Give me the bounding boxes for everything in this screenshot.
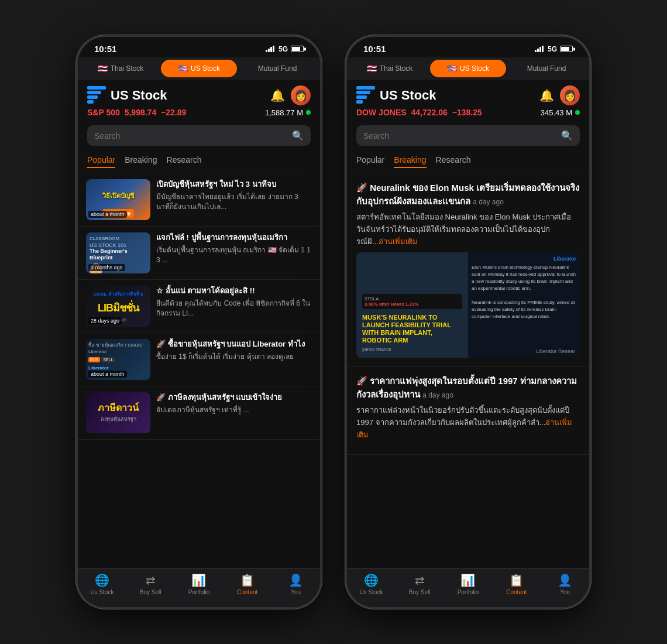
filter-breaking-right[interactable]: Breaking (394, 155, 426, 168)
bell-icon-right[interactable]: 🔔 (539, 88, 554, 102)
live-dot-right (575, 110, 580, 115)
filter-research-right[interactable]: Research (436, 155, 471, 168)
thumb-title-2: The Beginner's Blueprint (90, 248, 147, 261)
video-thumb-1: วิธีเปิดบัญชี OffShore about a month (86, 179, 150, 220)
tab-us-flag-left: 🇺🇸 (178, 64, 188, 73)
video-item-3[interactable]: CODE สำหรับการกิจที่ 6 LIBมิชชั่น LIBCM6… (78, 280, 320, 333)
index-value-right: 44,722.06 (411, 108, 447, 117)
market-cap-left: 1,588.77 M (265, 108, 311, 117)
video-title-3: ☆ อั้นแน่ ตามหาโค้ดอยู่ละสิ !! (156, 286, 312, 296)
news-title-coffee: 🚀 ราคากาแฟพุ่งสูงสุดในรอบตั้งแต่ปี 1997 … (356, 375, 580, 401)
nav-you-right[interactable]: 👤 You (541, 573, 589, 595)
nav-you-icon-left: 👤 (288, 573, 303, 587)
video-item-5[interactable]: ภาษีดาวน์ ลงทุนหุ้นสหรัฐฯ 🚀 ภาษีลงทุนหุ้… (78, 386, 320, 440)
tab-us-stock-right[interactable]: 🇺🇸 US Stock (430, 60, 506, 77)
video-thumb-2: CLASSROOM US STOCK 101 The Beginner's Bl… (86, 232, 150, 273)
nav-portfolio-icon-left: 📊 (191, 573, 206, 587)
nav-usstock-icon-right: 🌐 (364, 573, 379, 587)
video-desc-3: ยืนดีด้วย คุณได้พบกับ Code เพื่อ พิชิตกา… (156, 299, 312, 318)
nav-content-left[interactable]: 📋 Content (223, 573, 271, 595)
search-wrap-left[interactable]: 🔍 (87, 125, 311, 146)
bottom-nav-left: 🌐 Us Stock ⇄ Buy Sell 📊 Portfolio 📋 Cont… (78, 568, 320, 607)
filter-tabs-left: Popular Breaking Research (78, 152, 320, 173)
logo-right: US Stock (356, 86, 436, 105)
network-left: 5G (279, 45, 288, 53)
thumb-time-3: 28 days ago (88, 317, 122, 324)
news-time-2: a day ago (422, 391, 453, 399)
app-title-right: US Stock (380, 88, 436, 103)
search-wrap-right[interactable]: 🔍 (356, 125, 580, 146)
stock-info-left: S&P 500 5,998.74 −22.89 1,588.77 M (87, 108, 311, 117)
tab-us-stock-left[interactable]: 🇺🇸 US Stock (161, 60, 237, 77)
nav-buysell-icon-left: ⇄ (146, 573, 156, 587)
video-meta-1: เปิดบัญชีหุ้นสหรัฐฯ ใหม่ ไว 3 นาทีจบ มีบ… (156, 179, 312, 212)
bell-icon-left[interactable]: 🔔 (270, 88, 285, 102)
index-change-right: −138.25 (452, 108, 482, 117)
logo-icon-right (356, 86, 375, 105)
search-input-left[interactable] (94, 131, 287, 141)
lib-code: LIBมิชชั่น (98, 299, 139, 316)
filter-tabs-right: Popular Breaking Research (347, 152, 589, 173)
tab-us-label-left: US Stock (191, 64, 220, 73)
video-meta-4: 🚀 ซื้อขายหุ้นสหรัฐฯ บนแอป Liberator ทำไง… (156, 339, 312, 362)
nav-portfolio-label-right: Portfolio (458, 589, 479, 595)
filter-popular-left[interactable]: Popular (87, 155, 115, 168)
market-cap-value-right: 345.43 M (541, 108, 572, 117)
tab-thai-stock-right[interactable]: 🇹🇭 Thai Stock (352, 60, 428, 77)
phone-right: 10:51 5G 🇹🇭 (345, 35, 591, 609)
video-desc-1: มีบัญชีธนาคารไทยอยู่แล้ว เริ่มได้เลย ง่า… (156, 192, 312, 212)
thumb-time-2: 3 months ago (88, 264, 125, 271)
nav-usstock-right[interactable]: 🌐 Us Stock (347, 573, 396, 595)
search-input-right[interactable] (363, 131, 556, 141)
nav-portfolio-right[interactable]: 📊 Portfolio (444, 573, 493, 595)
status-icons-right: 5G (535, 45, 573, 53)
filter-research-left[interactable]: Research (167, 155, 202, 168)
nav-buysell-label-left: Buy Sell (140, 589, 161, 595)
app-header-right: US Stock 🔔 👩 DOW JONES 44,722.06 −138.25 (347, 80, 589, 121)
market-cap-value-left: 1,588.77 M (265, 108, 303, 117)
nav-content-label-left: Content (237, 589, 257, 595)
video-desc-4: ซื้อง่าย 1$ ก็เริ่มต้นได้ เริ่มง่าย คุ้น… (156, 352, 312, 362)
index-left: S&P 500 5,998.74 −22.89 (87, 108, 186, 117)
nav-you-left[interactable]: 👤 You (271, 573, 320, 595)
video-item-2[interactable]: CLASSROOM US STOCK 101 The Beginner's Bl… (78, 227, 320, 280)
news-title-neuralink: 🚀 Neuralink ของ Elon Musk เตรียมเริ่มทดล… (356, 181, 580, 208)
thumb-time-1: about a month (88, 211, 127, 218)
nav-buysell-right[interactable]: ⇄ Buy Sell (396, 573, 444, 595)
avatar-right[interactable]: 👩 (560, 85, 580, 105)
tab-mutual-fund-right[interactable]: Mutual Fund (508, 60, 585, 77)
tab-mutual-fund-left[interactable]: Mutual Fund (239, 60, 315, 77)
nav-you-icon-right: 👤 (558, 573, 572, 587)
nav-buysell-left[interactable]: ⇄ Buy Sell (126, 573, 175, 595)
avatar-left[interactable]: 👩 (291, 85, 311, 105)
filter-popular-right[interactable]: Popular (356, 155, 384, 168)
tab-thai-stock-left[interactable]: 🇹🇭 Thai Stock (82, 60, 159, 77)
nav-usstock-left[interactable]: 🌐 Us Stock (78, 573, 126, 595)
time-left: 10:51 (94, 44, 116, 54)
tab-nav-right: 🇹🇭 Thai Stock 🇺🇸 US Stock Mutual Fund (347, 57, 589, 80)
nav-portfolio-label-left: Portfolio (188, 589, 210, 595)
video-item-1[interactable]: วิธีเปิดบัญชี OffShore about a month เปิ… (78, 173, 320, 227)
stock-info-right: DOW JONES 44,722.06 −138.25 345.43 M (356, 108, 580, 117)
news-item-neuralink[interactable]: 🚀 Neuralink ของ Elon Musk เตรียมเริ่มทดล… (347, 173, 589, 366)
index-change-left: −22.89 (161, 108, 186, 117)
read-more-1[interactable]: อ่านเพิ่มเติม (379, 237, 418, 246)
news-body-neuralink: สตาร์ทอัพเทคโนโลยีสมอง Neuralink ของ Elo… (356, 211, 580, 248)
search-icon-right[interactable]: 🔍 (561, 130, 573, 141)
nav-you-label-right: You (560, 589, 570, 595)
video-desc-2: เริ่มต้นปูพื้นฐานการลงทุนหุ้น อเมริกา 🇺🇸… (156, 245, 312, 265)
tab-nav-left: 🇹🇭 Thai Stock 🇺🇸 US Stock Mutual Fund (78, 57, 320, 80)
nav-content-label-right: Content (506, 589, 527, 595)
nav-you-label-left: You (291, 589, 301, 595)
tab-us-flag-right: 🇺🇸 (447, 64, 457, 73)
rocket-2: 🚀 (356, 376, 370, 386)
filter-breaking-left[interactable]: Breaking (125, 155, 157, 168)
video-item-4[interactable]: ซื้อ-ขายหุ้นอเมริกา บนแอป Liberator BUY … (78, 333, 320, 386)
search-icon-left[interactable]: 🔍 (292, 130, 304, 141)
news-item-coffee[interactable]: 🚀 ราคากาแฟพุ่งสูงสุดในรอบตั้งแต่ปี 1997 … (347, 366, 589, 454)
app-header-left: US Stock 🔔 👩 S&P 500 5,998.74 −22.89 (78, 80, 320, 121)
nav-portfolio-left[interactable]: 📊 Portfolio (175, 573, 224, 595)
nav-content-right[interactable]: 📋 Content (492, 573, 541, 595)
status-bar-left: 10:51 5G (78, 37, 320, 57)
index-label-right: DOW JONES (356, 108, 407, 117)
